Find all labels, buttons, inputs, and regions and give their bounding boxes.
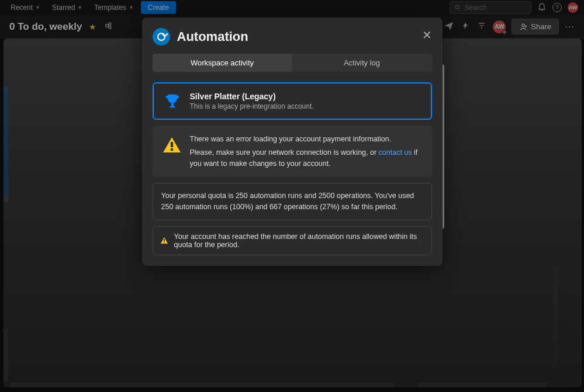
- warning-icon: [162, 136, 182, 154]
- tab-activity-log[interactable]: Activity log: [292, 54, 432, 72]
- plan-info-box: Silver Platter (Legacy) This is a legacy…: [153, 82, 432, 120]
- svg-rect-18: [171, 148, 173, 151]
- modal-header: Automation: [153, 28, 432, 46]
- quota-limit-text: Your account has reached the number of a…: [174, 233, 424, 249]
- contact-us-link[interactable]: contact us: [379, 148, 412, 157]
- tab-workspace-activity[interactable]: Workspace activity: [153, 54, 292, 72]
- svg-rect-19: [164, 239, 165, 241]
- svg-rect-20: [164, 242, 165, 243]
- plan-name: Silver Platter (Legacy): [190, 92, 421, 101]
- error-line1: There was an error loading your account …: [190, 134, 423, 145]
- svg-rect-17: [171, 142, 173, 147]
- plan-subtitle: This is a legacy pre-integration account…: [190, 102, 421, 110]
- trophy-icon: [163, 92, 182, 110]
- quota-box: Your personal quota is 250 automation ru…: [153, 183, 432, 220]
- modal-overlay[interactable]: Automation ✕ Workspace activity Activity…: [0, 0, 584, 392]
- error-text: There was an error loading your account …: [190, 134, 423, 169]
- automation-icon: [153, 28, 170, 46]
- modal-tabs: Workspace activity Activity log: [153, 54, 432, 72]
- modal-title: Automation: [177, 29, 248, 44]
- error-box: There was an error loading your account …: [153, 126, 432, 177]
- error-line2-a: Please, make sure your network connectio…: [190, 148, 379, 157]
- quota-text: Your personal quota is 250 automation ru…: [161, 190, 423, 213]
- error-line2: Please, make sure your network connectio…: [190, 147, 423, 169]
- quota-limit-box: Your account has reached the number of a…: [153, 226, 432, 255]
- plan-text-group: Silver Platter (Legacy) This is a legacy…: [190, 92, 421, 110]
- automation-modal: Automation ✕ Workspace activity Activity…: [142, 18, 443, 266]
- warning-icon: [160, 237, 168, 245]
- close-button[interactable]: ✕: [422, 28, 432, 42]
